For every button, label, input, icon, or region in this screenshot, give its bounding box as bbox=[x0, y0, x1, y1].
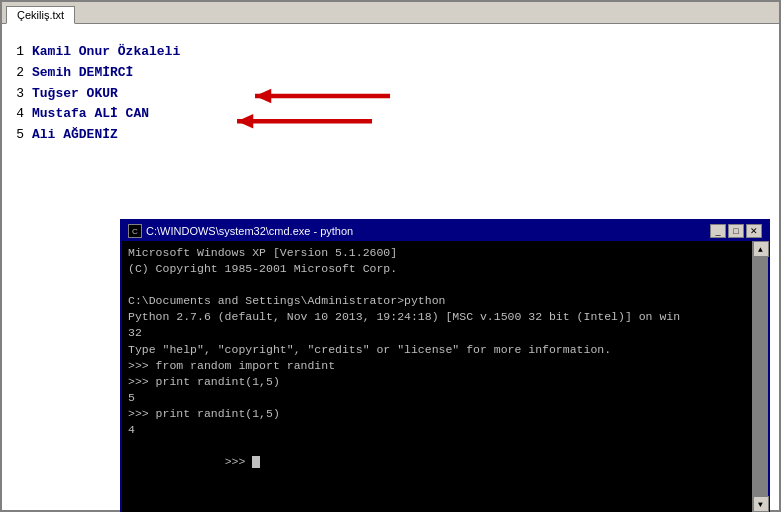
scroll-track bbox=[753, 257, 768, 496]
cmd-icon: C bbox=[128, 224, 142, 238]
tab-bar: Çekiliş.txt bbox=[2, 2, 779, 24]
line-numbers: 1 2 3 4 5 bbox=[2, 42, 32, 146]
cmd-titlebar: C C:\WINDOWS\system32\cmd.exe - python _… bbox=[122, 221, 768, 241]
line-num-3: 3 bbox=[2, 84, 24, 105]
cmd-line-3 bbox=[128, 277, 746, 293]
cmd-controls[interactable]: _ □ ✕ bbox=[710, 224, 762, 238]
cmd-line-4: C:\Documents and Settings\Administrator>… bbox=[128, 293, 746, 309]
cmd-title-left: C C:\WINDOWS\system32\cmd.exe - python bbox=[128, 224, 353, 238]
maximize-button[interactable]: □ bbox=[728, 224, 744, 238]
close-button[interactable]: ✕ bbox=[746, 224, 762, 238]
code-line-4: Mustafa ALİ CAN bbox=[32, 104, 779, 125]
code-line-2: Semih DEMİRCİ bbox=[32, 63, 779, 84]
code-lines: Kamil Onur Özkaleli Semih DEMİRCİ Tuğser… bbox=[32, 42, 779, 146]
line-num-4: 4 bbox=[2, 104, 24, 125]
cmd-line-8: >>> from random import randint bbox=[128, 358, 746, 374]
cmd-window: C C:\WINDOWS\system32\cmd.exe - python _… bbox=[120, 219, 770, 512]
line-num-1: 1 bbox=[2, 42, 24, 63]
scroll-up-button[interactable]: ▲ bbox=[753, 241, 769, 257]
cmd-line-11: >>> print randint(1,5) bbox=[128, 406, 746, 422]
cmd-line-12: 4 bbox=[128, 422, 746, 438]
scroll-down-button[interactable]: ▼ bbox=[753, 496, 769, 512]
cmd-line-9: >>> print randint(1,5) bbox=[128, 374, 746, 390]
cmd-line-6: 32 bbox=[128, 325, 746, 341]
cmd-cursor bbox=[252, 456, 260, 468]
code-line-3: Tuğser OKUR bbox=[32, 84, 779, 105]
cmd-line-13: >>> bbox=[128, 438, 746, 486]
line-num-5: 5 bbox=[2, 125, 24, 146]
cmd-title-text: C:\WINDOWS\system32\cmd.exe - python bbox=[146, 225, 353, 237]
cmd-body-row: Microsoft Windows XP [Version 5.1.2600] … bbox=[122, 241, 768, 512]
cmd-body[interactable]: Microsoft Windows XP [Version 5.1.2600] … bbox=[122, 241, 752, 512]
line-num-2: 2 bbox=[2, 63, 24, 84]
cmd-prompt: >>> bbox=[225, 455, 253, 468]
editor-content: 1 2 3 4 5 Kamil Onur Özkaleli Semih DEMİ… bbox=[2, 34, 779, 154]
cmd-line-1: Microsoft Windows XP [Version 5.1.2600] bbox=[128, 245, 746, 261]
code-line-5: Ali AĞDENİZ bbox=[32, 125, 779, 146]
minimize-button[interactable]: _ bbox=[710, 224, 726, 238]
cmd-line-5: Python 2.7.6 (default, Nov 10 2013, 19:2… bbox=[128, 309, 746, 325]
main-window: Çekiliş.txt 1 2 3 4 5 Kamil Onur Özkalel… bbox=[0, 0, 781, 512]
file-tab[interactable]: Çekiliş.txt bbox=[6, 6, 75, 24]
code-line-1: Kamil Onur Özkaleli bbox=[32, 42, 779, 63]
cmd-scrollbar[interactable]: ▲ ▼ bbox=[752, 241, 768, 512]
cmd-line-10: 5 bbox=[128, 390, 746, 406]
cmd-line-2: (C) Copyright 1985-2001 Microsoft Corp. bbox=[128, 261, 746, 277]
editor-area: 1 2 3 4 5 Kamil Onur Özkaleli Semih DEMİ… bbox=[2, 24, 779, 510]
cmd-window-wrapper: C C:\WINDOWS\system32\cmd.exe - python _… bbox=[120, 219, 770, 512]
cmd-line-7: Type "help", "copyright", "credits" or "… bbox=[128, 342, 746, 358]
